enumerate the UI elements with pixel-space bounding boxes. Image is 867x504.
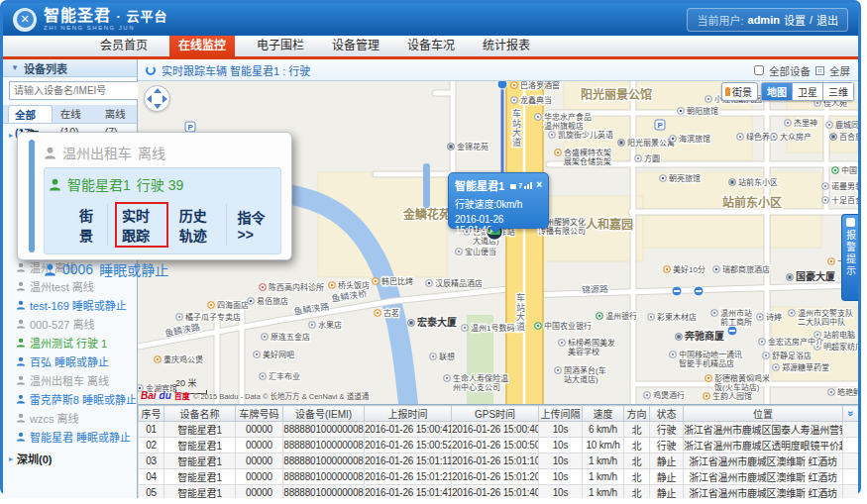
settings-link[interactable]: 设置 [784,12,806,28]
all-devices-label[interactable]: 全部设备 [769,63,811,78]
search-input[interactable] [9,81,149,100]
device-item[interactable]: 温州测试 行驶 1 [3,333,137,352]
col-header[interactable]: 序号 [139,406,164,422]
svg-text:原连五金店: 原连五金店 [271,332,310,342]
device-item[interactable]: 智能星君 睡眠或静止 [3,427,137,446]
device-item[interactable]: 温州出租车 离线 [3,370,137,389]
table-cell: 10s [539,422,583,438]
table-row[interactable]: 04智能星君1000008888801000000082016-01-26 15… [139,469,859,485]
nav-tab[interactable]: 电子围栏 [251,36,310,56]
fullscreen-button[interactable]: 全屏 [829,63,850,78]
device-item[interactable]: 百弘 睡眠或静止 [3,352,137,370]
device-list: 温州 离线温州test 离线test-169 睡眠或静止000-527 离线温州… [3,257,137,446]
table-cell: 888880100000008 [283,485,365,499]
device-label: 智能星君 睡眠或静止 [30,429,131,445]
table-cell: 10s [539,469,583,485]
svg-text:彩柬木材店: 彩柬木材店 [657,312,697,322]
table-cell: 888880100000008 [283,422,365,438]
table-cell: 10s [539,485,583,499]
map-attribution: Baidu百度 © 2015 Baidu - Data © 长地万方 & Cen… [141,390,369,401]
table-cell: 888880100000008 [283,454,365,469]
svg-text:诗婷: 诗婷 [766,312,782,322]
nav-tab[interactable]: 设备车况 [401,36,461,56]
device-label: 温州出租车 离线 [30,372,109,388]
device-item[interactable]: wzcs 离线 [3,408,137,427]
sidebar-tab[interactable]: 全部(17) [8,105,53,123]
table-cell: 静止 [650,469,684,485]
nav-tab[interactable]: 设备管理 [326,36,385,56]
svg-text:温州市站前工商所: 温州市站前工商所 [720,308,752,327]
list-scrollbar-thumb[interactable] [423,163,430,208]
device-item[interactable]: 雷克萨斯8 睡眠或静止 [3,389,137,408]
popup-device-sleep[interactable]: 0006 睡眠或静止 [44,255,281,283]
table-row[interactable]: 01智能星君1000008888801000000082016-01-26 15… [139,422,859,438]
popup-device-active[interactable]: 智能星君1 行驶 39 [49,170,276,198]
main-road [505,81,544,404]
person-icon [16,394,26,404]
maptype-button[interactable]: 地图 [761,82,793,101]
alarm-alert-tab[interactable]: 报警提示 [841,214,858,301]
person-icon [16,281,26,291]
person-icon [16,319,26,329]
col-header[interactable]: 设备名称 [164,406,236,422]
streetview-button[interactable]: 街景 [721,82,758,101]
telemetry-table: 序号设备名称车牌号码设备号(IEMI)上报时间GPS时间上传间隔速度方向状态位置… [138,404,858,498]
table-cell: 浙江省温州市鹿城区澳维斯 红酒坊 [684,485,843,499]
action-history[interactable]: 历史轨迹 [176,204,228,246]
svg-text:国豪大厦: 国豪大厦 [796,270,836,282]
svg-text:金宏达房产中介: 金宏达房产中介 [768,337,823,347]
collapse-triangle-icon: ▼ [11,63,19,72]
popup-scrollbar[interactable] [29,140,35,252]
maptype-button[interactable]: 三维 [823,82,854,101]
baidu-logo: Bai [141,390,157,401]
table-cell: 北 [624,422,650,438]
action-live-track[interactable]: 实时跟踪 [115,202,168,248]
collapse-chevron[interactable]: » [843,406,859,422]
person-icon [16,262,26,272]
transit-icon [497,81,507,89]
pan-right-icon [163,95,167,103]
col-header[interactable]: 上报时间 [365,406,452,422]
nav-tab[interactable]: 统计报表 [477,36,536,56]
col-header[interactable]: 上传间隔 [539,406,583,422]
table-cell [843,454,859,469]
table-cell: 05 [139,485,164,499]
tree-node-shenzhen[interactable]: ▸ 深圳(0) [9,451,52,466]
col-header[interactable]: 方向 [624,406,650,422]
divider: / [810,14,813,26]
col-header[interactable]: GPS时间 [452,406,539,422]
logout-link[interactable]: 退出 [816,12,838,28]
bubble-more-link[interactable]: » [537,225,542,236]
table-cell: 浙江省温州市鹿城区国泰人寿温州营销部 [684,422,843,438]
col-header[interactable]: 设备号(IEMI) [283,406,365,422]
all-devices-checkbox[interactable] [754,65,764,75]
popup-device-offline[interactable]: 温州出租车 离线 [44,139,281,166]
svg-text:美好10分: 美好10分 [673,264,705,274]
col-header[interactable]: 车牌号码 [236,406,283,422]
action-streetview[interactable]: 街景 [76,204,108,246]
sidebar-title-bar[interactable]: ▼ 设备列表 [3,59,137,77]
svg-text:易佰旅店: 易佰旅店 [257,296,288,306]
close-icon[interactable]: × [536,181,542,189]
svg-text:郑源糖草药堂: 郑源糖草药堂 [782,362,829,372]
nav-tab[interactable]: 在线监控 [169,36,235,56]
device-item[interactable]: 000-527 离线 [3,314,137,333]
table-cell: 2016-01-26 15:00:40 [452,422,539,438]
table-row[interactable]: 05智能星君1000008888801000000082016-01-26 15… [139,485,859,499]
table-cell: 北 [624,485,650,499]
col-header[interactable]: 状态 [650,406,684,422]
sidebar-tab[interactable]: 在线(10) [54,105,97,123]
action-command[interactable]: 指令>> [234,206,276,244]
col-header[interactable]: 位置 [684,406,843,422]
table-row[interactable]: 02智能星君1000008888801000000082016-01-26 15… [139,438,859,454]
nav-tab[interactable]: 会员首页 [94,36,154,56]
device-item[interactable]: test-169 睡眠或静止 [3,295,137,314]
maptype-button[interactable]: 卫星 [793,82,823,101]
table-row[interactable]: 03智能星君1000008888801000000082016-01-26 15… [139,454,859,469]
map-pan-control[interactable] [144,85,170,112]
svg-text:朝亮旅馆: 朝亮旅馆 [669,173,701,183]
col-header[interactable]: 速度 [583,406,624,422]
sidebar-tab[interactable]: 离线(7) [99,105,137,123]
svg-text:汇丰布业: 汇丰布业 [269,371,300,381]
table-cell: 00000 [236,438,283,454]
